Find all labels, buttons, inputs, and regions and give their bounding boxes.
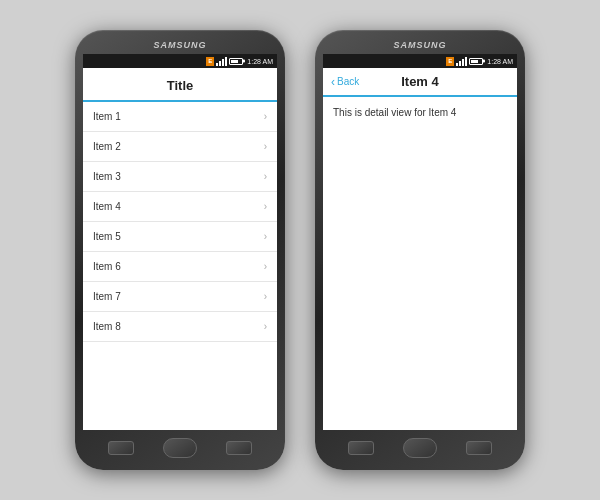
time-2: 1:28 AM <box>487 58 513 65</box>
detail-content: This is detail view for Item 4 <box>323 97 517 128</box>
phone-bottom-1 <box>83 434 277 460</box>
signal-bars-2 <box>456 57 467 66</box>
chevron-icon-8: › <box>264 321 267 332</box>
phone-1: SAMSUNG E 1:28 AM Title Item 1 › <box>75 30 285 470</box>
list-container: Item 1 › Item 2 › Item 3 › Item 4 › Item… <box>83 102 277 342</box>
back-chevron-icon: ‹ <box>331 75 335 89</box>
bar-2-1 <box>456 63 458 66</box>
home-button-1[interactable] <box>163 438 197 458</box>
list-item-label-7: Item 7 <box>93 291 121 302</box>
status-bar-1: E 1:28 AM <box>83 54 277 68</box>
chevron-icon-5: › <box>264 231 267 242</box>
back-button-2[interactable] <box>466 441 492 455</box>
detail-nav-bar: ‹ Back Item 4 <box>323 68 517 97</box>
bar-2-4 <box>465 57 467 66</box>
status-bar-2: E 1:28 AM <box>323 54 517 68</box>
home-button-2[interactable] <box>403 438 437 458</box>
bar-3 <box>222 59 224 66</box>
chevron-icon-3: › <box>264 171 267 182</box>
list-item-label-6: Item 6 <box>93 261 121 272</box>
samsung-logo-2: SAMSUNG <box>393 40 446 50</box>
back-button-1[interactable] <box>226 441 252 455</box>
phone-2: SAMSUNG E 1:28 AM ‹ Back Item 4 This is <box>315 30 525 470</box>
list-item-1[interactable]: Item 1 › <box>83 102 277 132</box>
app-title-1: Title <box>167 78 194 93</box>
app-title-bar-1: Title <box>83 68 277 102</box>
list-item-label-3: Item 3 <box>93 171 121 182</box>
menu-button-2[interactable] <box>348 441 374 455</box>
list-item-7[interactable]: Item 7 › <box>83 282 277 312</box>
chevron-icon-7: › <box>264 291 267 302</box>
signal-icon-1: E <box>206 57 214 66</box>
list-item-3[interactable]: Item 3 › <box>83 162 277 192</box>
detail-title: Item 4 <box>401 74 439 89</box>
list-item-5[interactable]: Item 5 › <box>83 222 277 252</box>
chevron-icon-6: › <box>264 261 267 272</box>
list-item-6[interactable]: Item 6 › <box>83 252 277 282</box>
status-icons-2: E 1:28 AM <box>446 57 513 66</box>
signal-bars-1 <box>216 57 227 66</box>
detail-text: This is detail view for Item 4 <box>333 107 456 118</box>
bar-1 <box>216 63 218 66</box>
bar-2-2 <box>459 61 461 66</box>
battery-fill-2 <box>471 60 478 63</box>
chevron-icon-2: › <box>264 141 267 152</box>
screen-1: Title Item 1 › Item 2 › Item 3 › Item 4 … <box>83 68 277 430</box>
back-label: Back <box>337 76 359 87</box>
list-item-label-5: Item 5 <box>93 231 121 242</box>
screen-2: ‹ Back Item 4 This is detail view for It… <box>323 68 517 430</box>
chevron-icon-4: › <box>264 201 267 212</box>
list-item-2[interactable]: Item 2 › <box>83 132 277 162</box>
samsung-logo-1: SAMSUNG <box>153 40 206 50</box>
list-item-label-4: Item 4 <box>93 201 121 212</box>
battery-fill-1 <box>231 60 238 63</box>
list-item-label-8: Item 8 <box>93 321 121 332</box>
battery-1 <box>229 58 243 65</box>
time-1: 1:28 AM <box>247 58 273 65</box>
list-item-8[interactable]: Item 8 › <box>83 312 277 342</box>
bar-2 <box>219 61 221 66</box>
list-item-label-2: Item 2 <box>93 141 121 152</box>
list-item-4[interactable]: Item 4 › <box>83 192 277 222</box>
battery-2 <box>469 58 483 65</box>
status-icons-1: E 1:28 AM <box>206 57 273 66</box>
chevron-icon-1: › <box>264 111 267 122</box>
phone-bottom-2 <box>323 434 517 460</box>
bar-2-3 <box>462 59 464 66</box>
menu-button-1[interactable] <box>108 441 134 455</box>
bar-4 <box>225 57 227 66</box>
list-item-label-1: Item 1 <box>93 111 121 122</box>
back-nav-button[interactable]: ‹ Back <box>331 75 359 89</box>
signal-icon-2: E <box>446 57 454 66</box>
